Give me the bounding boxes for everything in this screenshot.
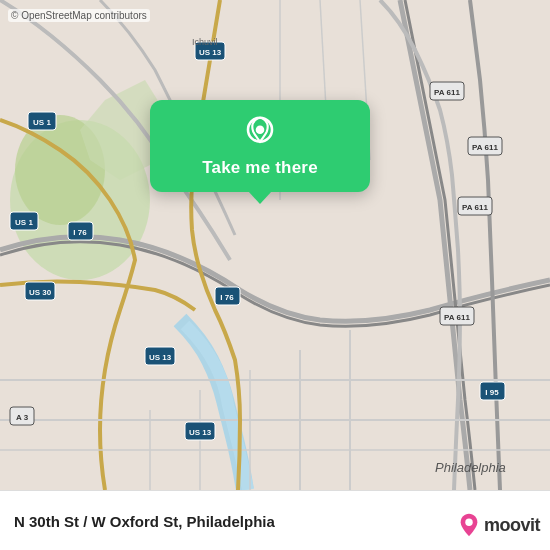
svg-text:I 76: I 76 [220,293,234,302]
bottom-bar: N 30th St / W Oxford St, Philadelphia mo… [0,490,550,550]
moovit-logo: moovit [458,512,540,538]
svg-text:PA 611: PA 611 [434,88,460,97]
svg-text:I 76: I 76 [73,228,87,237]
svg-text:A 3: A 3 [16,413,29,422]
svg-point-46 [256,125,265,134]
svg-text:US 1: US 1 [15,218,33,227]
svg-text:US 13: US 13 [149,353,172,362]
svg-text:PA 611: PA 611 [444,313,470,322]
svg-point-47 [465,519,472,526]
moovit-logo-text: moovit [484,515,540,536]
map-svg: US 1 US 1 US 13 US 13 US 13 I 76 I 76 I … [0,0,550,490]
svg-text:US 1: US 1 [33,118,51,127]
map-container: US 1 US 1 US 13 US 13 US 13 I 76 I 76 I … [0,0,550,490]
svg-text:US 13: US 13 [189,428,212,437]
svg-text:I 95: I 95 [485,388,499,397]
location-pin-icon [242,116,278,152]
svg-text:Ichuvil: Ichuvil [192,37,218,47]
svg-text:US 13: US 13 [199,48,222,57]
svg-text:US 30: US 30 [29,288,52,297]
moovit-pin-icon [458,512,480,538]
svg-text:PA 611: PA 611 [462,203,488,212]
take-me-there-button[interactable]: Take me there [202,158,318,178]
svg-text:PA 611: PA 611 [472,143,498,152]
tooltip-card[interactable]: Take me there [150,100,370,192]
svg-text:Philadelphia: Philadelphia [435,460,506,475]
map-attribution: © OpenStreetMap contributors [8,9,150,22]
